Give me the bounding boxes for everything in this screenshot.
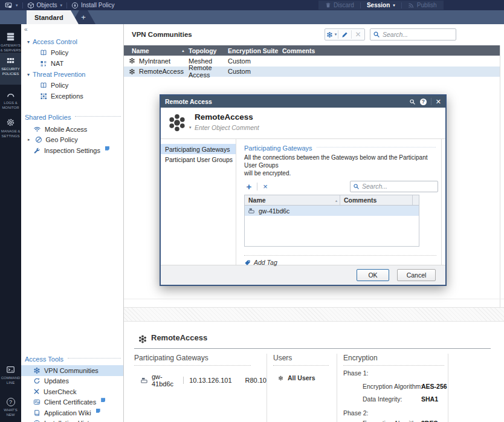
sort-asc-icon: ▲ (181, 49, 185, 53)
dialog-titlebar[interactable]: Remote Access ? ✕ (161, 96, 445, 108)
nav-item-mobile-access[interactable]: Mobile Access (21, 124, 123, 135)
objects-label: Objects (37, 2, 57, 8)
column-divider (267, 354, 267, 422)
summary-column-header: Participating Gateways (134, 354, 267, 362)
chevron-right-icon: ▸ (28, 137, 30, 142)
column-header-name[interactable]: Name ▴ (245, 195, 340, 205)
tree-item-policy[interactable]: Policy (21, 47, 123, 58)
toolbar-divider (431, 98, 431, 105)
column-header-name[interactable]: Name ▲ (124, 45, 189, 56)
nav-item-inspection-settings[interactable]: Inspection Settings (21, 145, 123, 156)
item-label: Policy (51, 49, 68, 56)
ok-button[interactable]: OK (357, 269, 389, 281)
button-label: OK (368, 271, 377, 279)
vpn-community-icon[interactable] (167, 112, 187, 133)
tree-group-threat-prevention[interactable]: ▾ Threat Prevention (21, 69, 123, 80)
suite-cell: Custom (228, 57, 282, 65)
publish-icon (408, 2, 415, 8)
section-title: Shared Policies (25, 114, 71, 121)
tree-group-access-control[interactable]: ▾ Access Control (21, 36, 123, 47)
refresh-icon (33, 377, 40, 385)
data-integrity-value: SHA1 (421, 395, 438, 403)
session-menu-button[interactable]: Session ▾ (366, 1, 396, 10)
discard-button[interactable]: Discard (324, 1, 355, 10)
community-name: RemoteAccess (139, 68, 184, 75)
close-icon[interactable]: ✕ (436, 98, 441, 106)
column-header-comments[interactable]: Comments (282, 45, 325, 56)
tree-item-policy-tp[interactable]: Policy (21, 80, 123, 91)
chevron-down-icon: ▾ (27, 39, 30, 45)
toolbar-divider (401, 2, 402, 8)
gateway-version: R80.10 (245, 377, 267, 384)
cancel-button[interactable]: Cancel (397, 269, 436, 281)
discard-label: Discard (334, 2, 354, 8)
communities-toolbar: ▾ ✕ (325, 28, 365, 41)
collapse-panel-icon[interactable]: « (24, 26, 28, 33)
topology-cell: Meshed (189, 57, 228, 65)
column-header-comments[interactable]: Comments (340, 195, 413, 205)
cube-icon (27, 2, 34, 9)
summary-gateways-column: Participating Gateways gw-41bd6c 10.13.1… (134, 354, 267, 422)
toolbar-divider (360, 2, 361, 8)
policies-grid-icon (5, 56, 16, 65)
all-users-row[interactable]: All Users (278, 374, 315, 381)
help-icon[interactable]: ? (420, 99, 427, 105)
rail-item-command-line[interactable]: COMMAND LINE (0, 362, 21, 385)
tree-item-exceptions[interactable]: Exceptions (21, 91, 123, 102)
vpn-community-icon (129, 57, 135, 64)
remoteaccess-summary-panel: RemoteAccess Participating Gateways gw-4… (124, 322, 504, 422)
nav-item-geo-policy[interactable]: ▸ Geo Policy (21, 135, 123, 146)
dialog-nav-participating-gateways[interactable]: Participating Gateways (161, 144, 236, 154)
gateway-name: gw-41bd6c (152, 373, 178, 388)
app-menu-button[interactable]: ▾ (0, 0, 22, 10)
nav-item-updates[interactable]: Updates (21, 376, 123, 387)
dialog-footer: OK Cancel (161, 265, 445, 285)
table-row-remoteaccess[interactable]: RemoteAccess Remote Access Custom (124, 67, 500, 77)
new-community-button[interactable]: ▾ (325, 29, 338, 40)
rail-item-logs-monitor[interactable]: LOGS & MONITOR (0, 87, 21, 110)
new-star-icon (326, 31, 333, 38)
policy-book-icon (40, 49, 47, 56)
nav-item-usercheck[interactable]: UserCheck (21, 386, 123, 397)
gateway-summary-row[interactable]: gw-41bd6c 10.13.126.101 R80.10 (140, 373, 267, 388)
dotted-divider (134, 365, 251, 366)
objects-menu-button[interactable]: Objects ▾ (23, 0, 66, 10)
nav-item-installation-history[interactable]: Installation History (21, 418, 123, 422)
tree-item-nat[interactable]: NAT (21, 58, 123, 69)
publish-button[interactable]: Publish (407, 1, 438, 10)
nav-label: Participating Gateways (165, 146, 230, 153)
object-comment-field[interactable]: Enter Object Comment (195, 124, 259, 131)
rail-item-security-policies[interactable]: SECURITY POLICIES (0, 53, 21, 85)
nav-item-application-wiki[interactable]: Application Wiki (21, 407, 123, 418)
gateway-icon (248, 207, 255, 215)
tab-standard[interactable]: Standard (27, 10, 79, 24)
nav-item-vpn-communities[interactable]: VPN Communities (21, 365, 123, 376)
edit-community-button[interactable] (338, 29, 351, 40)
rail-item-whats-new[interactable]: ? WHAT'S NEW (0, 394, 21, 417)
dialog-nav-participant-user-groups[interactable]: Participant User Groups (161, 154, 236, 164)
add-tag-button[interactable]: Add Tag (244, 259, 286, 266)
section-title: Access Tools (25, 355, 63, 363)
policy-tree: ▾ Access Control Policy NAT ▾ Threat Pre… (21, 36, 123, 102)
dialog-search-icon[interactable] (409, 99, 416, 105)
rail-item-gateways-servers[interactable]: GATEWAYS & SERVERS (0, 28, 21, 53)
search-input[interactable] (362, 183, 435, 190)
delete-community-button[interactable]: ✕ (352, 29, 364, 40)
nav-item-client-certificates[interactable]: Client Certificates (21, 397, 123, 408)
add-gateway-button[interactable]: + (244, 181, 254, 192)
table-row-myintranet[interactable]: MyIntranet Meshed Custom (124, 56, 500, 67)
install-policy-button[interactable]: Install Policy (67, 0, 119, 10)
chevron-down-icon: ▾ (16, 3, 18, 8)
rail-item-manage-settings[interactable]: MANAGE & SETTINGS (0, 114, 21, 138)
column-header-encryption-suite[interactable]: Encryption Suite (228, 45, 282, 56)
search-input[interactable] (383, 31, 453, 38)
dotted-divider (75, 116, 121, 117)
horizontal-splitter[interactable] (124, 307, 504, 322)
column-header-topology[interactable]: Topology (189, 45, 228, 56)
table-row-gateway[interactable]: gw-41bd6c (245, 206, 419, 216)
chevron-down-icon: ▾ (60, 3, 62, 8)
history-icon (33, 420, 40, 422)
object-name[interactable]: RemoteAccess (195, 112, 253, 122)
servers-icon (5, 31, 16, 42)
remove-gateway-button[interactable]: × (260, 182, 270, 191)
